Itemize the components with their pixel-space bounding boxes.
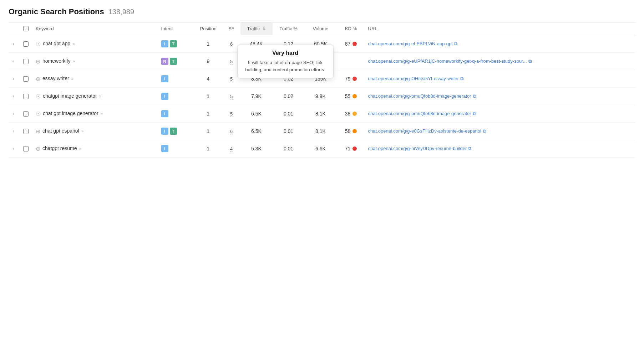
- keyword-text[interactable]: homeworkify »: [42, 58, 75, 65]
- traffic-pct-value: 0.01: [284, 146, 293, 151]
- results-table: Keyword Intent Position SF Traffic ⇅ Tra…: [9, 22, 635, 158]
- intent-badge-I: I: [161, 110, 168, 117]
- traffic-value: 8.8K: [251, 58, 262, 64]
- url-link[interactable]: chat.openai.com/g/g-eLEBPLViN-app-gpt: [368, 41, 453, 47]
- col-header-keyword: Keyword: [33, 22, 158, 35]
- sf-value: 5: [230, 94, 233, 99]
- traffic-pct-value: 0.01: [284, 111, 293, 117]
- url-link[interactable]: chat.openai.com/g/g-e0GsFHzDv-asistente-…: [368, 128, 481, 134]
- check-circle-icon: ☉: [36, 93, 41, 100]
- expand-button[interactable]: ›: [11, 110, 16, 117]
- kd-dot: [353, 129, 357, 133]
- expand-button[interactable]: ›: [11, 128, 16, 134]
- keyword-text[interactable]: chat gpt image generator »: [43, 110, 103, 117]
- keyword-arrows: »: [101, 111, 103, 116]
- kd-value: 58: [345, 128, 351, 134]
- traffic-value: 6.5K: [251, 128, 262, 134]
- volume-value: 8.1K: [315, 111, 326, 117]
- keyword-text[interactable]: essay writer »: [42, 75, 73, 82]
- sf-value: 6: [230, 129, 233, 134]
- kd-value: 71: [345, 146, 351, 151]
- row-checkbox[interactable]: [23, 59, 29, 64]
- col-header-volume[interactable]: Volume: [305, 22, 337, 35]
- sf-value: 6: [230, 41, 233, 47]
- table-row: ›☉chat gpt image generator »I156.5K0.018…: [9, 105, 635, 123]
- table-row: ›⊕essay writer »I458.8K0.02135K79 chat.o…: [9, 70, 635, 88]
- intent-badge-T: T: [170, 58, 177, 65]
- keyword-arrows: »: [72, 59, 75, 64]
- col-header-traffic-pct[interactable]: Traffic %: [273, 22, 305, 35]
- traffic-value: 7.9K: [251, 93, 262, 99]
- col-header-expand: [9, 22, 19, 35]
- position-value: 1: [207, 93, 210, 99]
- kd-dot: [353, 112, 357, 116]
- position-value: 1: [207, 41, 210, 47]
- url-link[interactable]: chat.openai.com/g/g-eUPfAR1jC-homeworkif…: [368, 58, 527, 65]
- select-all-checkbox[interactable]: [23, 26, 29, 31]
- row-checkbox[interactable]: [23, 94, 29, 99]
- volume-value: 135K: [315, 76, 326, 82]
- col-header-kd[interactable]: KD %: [337, 22, 365, 35]
- col-header-position[interactable]: Position: [194, 22, 223, 35]
- traffic-pct-value: 0.02: [284, 93, 293, 99]
- keyword-text[interactable]: chat gpt español »: [42, 128, 83, 134]
- row-checkbox[interactable]: [23, 146, 29, 151]
- row-checkbox[interactable]: [23, 76, 29, 82]
- intent-badge-T: T: [170, 128, 177, 135]
- url-link[interactable]: chat.openai.com/g/g-pmuQfob8d-image-gene…: [368, 110, 471, 117]
- sf-value: 5: [230, 59, 233, 65]
- keyword-text[interactable]: chatgpt image generator »: [43, 93, 101, 99]
- row-checkbox[interactable]: [23, 41, 29, 47]
- traffic-value: 6.5K: [251, 111, 262, 117]
- position-value: 1: [207, 128, 210, 134]
- expand-button[interactable]: ›: [11, 145, 16, 152]
- page-wrapper: Organic Search Positions 138,989 Keyword…: [0, 0, 644, 165]
- col-header-url: URL: [365, 22, 635, 35]
- external-link-icon: ⧉: [454, 41, 457, 47]
- intent-badge-I: I: [161, 40, 168, 47]
- kd-value: 38: [345, 111, 351, 117]
- kd-value: 87: [345, 41, 351, 47]
- keyword-text[interactable]: chat gpt app »: [43, 40, 75, 47]
- intent-badge-I: I: [161, 75, 168, 82]
- row-checkbox[interactable]: [23, 111, 29, 117]
- volume-value: 8.1K: [315, 128, 326, 134]
- traffic-pct-value: 0.02: [284, 76, 293, 82]
- expand-button[interactable]: ›: [11, 41, 16, 47]
- sf-value: 4: [230, 146, 233, 152]
- plus-circle-icon: ⊕: [36, 58, 40, 65]
- traffic-value: 5.3K: [251, 146, 262, 151]
- traffic-value: 8.8K: [251, 76, 262, 82]
- expand-button[interactable]: ›: [11, 93, 16, 99]
- url-link[interactable]: chat.openai.com/g/g-OHtksi5YI-essay-writ…: [368, 76, 459, 82]
- row-checkbox[interactable]: [23, 129, 29, 134]
- kd-dot: [353, 42, 357, 46]
- plus-circle-icon: ⊕: [36, 128, 40, 135]
- keyword-arrows: »: [99, 94, 102, 99]
- table-row: ›⊕chatgpt resume »I145.3K0.016.6K71 chat…: [9, 140, 635, 158]
- volume-value: 9.9K: [315, 93, 326, 99]
- external-link-icon: ⧉: [473, 111, 476, 117]
- volume-value: 60.5K: [314, 41, 327, 47]
- page-header: Organic Search Positions 138,989: [9, 7, 635, 16]
- col-header-traffic[interactable]: Traffic ⇅: [240, 22, 273, 35]
- keyword-text[interactable]: chatgpt resume »: [42, 145, 81, 152]
- col-header-sf[interactable]: SF: [223, 22, 240, 35]
- position-value: 1: [207, 146, 210, 151]
- kd-value: 55: [345, 93, 351, 99]
- sf-value: 5: [230, 76, 233, 82]
- kd-dot: [353, 146, 357, 151]
- keyword-arrows: »: [72, 41, 75, 46]
- expand-button[interactable]: ›: [11, 76, 16, 82]
- url-link[interactable]: chat.openai.com/g/g-hiVeyDDpv-resume-bui…: [368, 145, 467, 152]
- check-circle-icon: ☉: [36, 110, 41, 117]
- sort-icon: ⇅: [263, 27, 266, 31]
- intent-badge-I: I: [161, 128, 168, 135]
- table-row: ›☉chat gpt app »IT16 48.4K Very hard It …: [9, 35, 635, 53]
- volume-value: 6.6K: [315, 146, 326, 151]
- traffic-pct-value: 0.12: [284, 41, 293, 47]
- expand-button[interactable]: ›: [11, 58, 16, 65]
- intent-badge-N: N: [161, 58, 168, 65]
- url-link[interactable]: chat.openai.com/g/g-pmuQfob8d-image-gene…: [368, 93, 471, 99]
- external-link-icon: ⧉: [528, 58, 532, 64]
